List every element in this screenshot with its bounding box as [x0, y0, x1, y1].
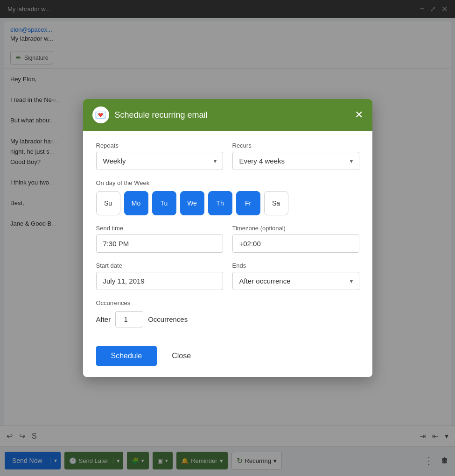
timezone-group: Timezone (optional)	[232, 225, 359, 253]
day-su[interactable]: Su	[96, 191, 120, 215]
occurrences-section: Occurrences After Occurrences	[96, 299, 359, 327]
repeats-select[interactable]: Daily Weekly Monthly Yearly	[98, 153, 221, 169]
startdate-ends-row: Start date Ends Never After occurrence O…	[96, 262, 359, 290]
send-time-group: Send time	[96, 225, 223, 253]
ends-select[interactable]: Never After occurrence On date	[235, 273, 357, 289]
modal-footer: Schedule Close	[83, 339, 372, 377]
occurrences-label: Occurrences	[96, 299, 359, 306]
day-of-week-label: On day of the Week	[96, 179, 359, 186]
timezone-input[interactable]	[232, 234, 359, 253]
day-th[interactable]: Th	[208, 191, 232, 215]
ends-label: Ends	[232, 262, 359, 269]
recurs-group: Recurs Every week Every 2 weeks Every 3 …	[232, 142, 359, 170]
occ-value-input[interactable]	[115, 311, 143, 327]
occ-suffix: Occurrences	[148, 315, 188, 323]
modal-title: Schedule recurring email	[115, 110, 208, 120]
day-fr[interactable]: Fr	[236, 191, 260, 215]
send-time-label: Send time	[96, 225, 223, 232]
repeats-label: Repeats	[96, 142, 223, 149]
schedule-button[interactable]: Schedule	[96, 346, 157, 366]
recurs-select-wrapper[interactable]: Every week Every 2 weeks Every 3 weeks E…	[232, 152, 359, 170]
days-row: Su Mo Tu We Th Fr Sa	[96, 191, 359, 215]
ends-select-wrapper[interactable]: Never After occurrence On date	[232, 272, 359, 290]
modal-close-button[interactable]: ✕	[355, 110, 363, 120]
send-time-input[interactable]	[96, 234, 223, 253]
modal-overlay: 💌 Schedule recurring email ✕ Repeats Dai…	[0, 0, 455, 476]
logo-icon: 💌	[95, 109, 106, 121]
modal-body: Repeats Daily Weekly Monthly Yearly Recu…	[83, 131, 372, 339]
repeats-recurs-row: Repeats Daily Weekly Monthly Yearly Recu…	[96, 142, 359, 170]
timezone-label: Timezone (optional)	[232, 225, 359, 232]
recurs-select[interactable]: Every week Every 2 weeks Every 3 weeks E…	[235, 153, 357, 169]
occurrences-row: After Occurrences	[96, 311, 359, 327]
repeats-select-wrapper[interactable]: Daily Weekly Monthly Yearly	[96, 152, 223, 170]
start-date-input[interactable]	[96, 272, 223, 290]
day-mo[interactable]: Mo	[124, 191, 148, 215]
day-sa[interactable]: Sa	[264, 191, 288, 215]
occ-prefix: After	[96, 315, 111, 323]
modal-header-left: 💌 Schedule recurring email	[92, 107, 208, 123]
modal-logo: 💌	[92, 107, 109, 123]
recurs-label: Recurs	[232, 142, 359, 149]
day-we[interactable]: We	[180, 191, 204, 215]
modal-header: 💌 Schedule recurring email ✕	[83, 99, 372, 131]
ends-group: Ends Never After occurrence On date	[232, 262, 359, 290]
time-timezone-row: Send time Timezone (optional)	[96, 225, 359, 253]
close-modal-button[interactable]: Close	[162, 346, 200, 366]
start-date-label: Start date	[96, 262, 223, 269]
day-of-week-section: On day of the Week Su Mo Tu We Th Fr Sa	[96, 179, 359, 215]
day-tu[interactable]: Tu	[152, 191, 176, 215]
modal-dialog: 💌 Schedule recurring email ✕ Repeats Dai…	[83, 99, 372, 377]
start-date-group: Start date	[96, 262, 223, 290]
repeats-group: Repeats Daily Weekly Monthly Yearly	[96, 142, 223, 170]
